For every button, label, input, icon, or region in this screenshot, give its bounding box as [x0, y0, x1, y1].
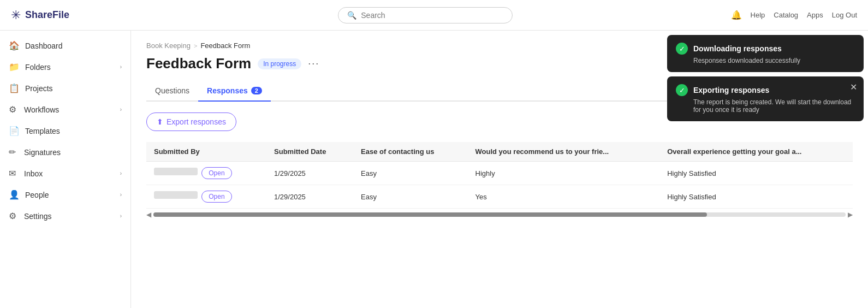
header-nav: 🔔 Help Catalog Apps Log Out [731, 10, 857, 20]
chevron-right-icon-2: › [120, 106, 122, 112]
open-button[interactable]: Open [201, 191, 231, 203]
sidebar-label-settings: Settings [24, 212, 52, 221]
projects-icon: 📋 [9, 83, 20, 93]
sidebar-label-inbox: Inbox [24, 169, 43, 178]
templates-icon: 📄 [9, 126, 20, 136]
cell-overall: Highly Satisfied [659, 162, 853, 185]
tab-questions-label: Questions [155, 86, 189, 95]
help-link[interactable]: Help [751, 11, 765, 19]
chevron-right-icon: › [120, 64, 122, 70]
status-badge: In progress [258, 58, 301, 69]
content-area: Book Keeping > Feedback Form Feedback Fo… [131, 31, 868, 308]
download-toast: ✓ Downloading responses Responses downlo… [667, 35, 864, 72]
main-layout: 🏠 Dashboard 📁 Folders › 📋 Projects ⚙ Wor… [0, 31, 868, 308]
cell-submitted-date: 1/29/2025 [266, 185, 353, 209]
search-bar[interactable]: 🔍 [338, 7, 513, 23]
table-row: Open1/29/2025EasyHighlyHighly Satisfied [146, 162, 853, 185]
sidebar-item-folders[interactable]: 📁 Folders › [0, 56, 130, 78]
export-check-icon: ✓ [676, 84, 688, 96]
sidebar-item-settings[interactable]: ⚙ Settings › [0, 205, 130, 227]
cell-ease: Easy [353, 162, 467, 185]
sidebar-label-templates: Templates [25, 127, 60, 135]
sidebar: 🏠 Dashboard 📁 Folders › 📋 Projects ⚙ Wor… [0, 31, 131, 308]
page-title: Feedback Form [146, 55, 251, 72]
workflows-icon: ⚙ [9, 104, 19, 115]
horizontal-scrollbar[interactable]: ◀ ▶ [146, 211, 853, 218]
search-bar-container: 🔍 [120, 7, 731, 23]
download-toast-header: ✓ Downloading responses [676, 43, 855, 55]
download-check-icon: ✓ [676, 43, 688, 55]
cell-recommend: Yes [468, 185, 660, 209]
notification-bell-icon[interactable]: 🔔 [731, 10, 742, 20]
logo-text: ShareFile [25, 9, 69, 21]
sidebar-item-people[interactable]: 👤 People › [0, 184, 130, 205]
sidebar-item-projects[interactable]: 📋 Projects [0, 78, 130, 99]
export-icon: ⬆ [157, 117, 163, 126]
apps-link[interactable]: Apps [807, 11, 823, 19]
sidebar-item-signatures[interactable]: ✏ Signatures [0, 141, 130, 163]
col-submitted-by: Submitted By [146, 142, 266, 162]
cell-ease: Easy [353, 185, 467, 209]
table-row: Open1/29/2025EasyYesHighly Satisfied [146, 185, 853, 209]
breadcrumb-current: Feedback Form [200, 42, 250, 50]
tab-responses-label: Responses [207, 86, 248, 95]
name-placeholder [154, 191, 198, 199]
folder-icon: 📁 [9, 62, 20, 72]
chevron-right-icon-5: › [120, 213, 122, 219]
search-input[interactable] [361, 11, 470, 20]
signatures-icon: ✏ [9, 147, 19, 157]
col-ease: Ease of contacting us [353, 142, 467, 162]
sidebar-label-folders: Folders [25, 63, 51, 72]
responses-count-badge: 2 [251, 87, 262, 94]
sidebar-label-people: People [25, 191, 49, 199]
toast-container: ✓ Downloading responses Responses downlo… [667, 35, 864, 121]
app-header: ✳ ShareFile 🔍 🔔 Help Catalog Apps Log Ou… [0, 0, 868, 31]
name-placeholder [154, 168, 198, 175]
chevron-right-icon-3: › [120, 170, 122, 176]
cell-overall: Highly Satisfied [659, 185, 853, 209]
scroll-right-arrow[interactable]: ▶ [848, 211, 853, 218]
scroll-thumb [153, 212, 707, 217]
inbox-icon: ✉ [9, 168, 19, 179]
col-submitted-date: Submitted Date [266, 142, 353, 162]
download-toast-title: Downloading responses [693, 44, 782, 53]
chevron-right-icon-4: › [120, 192, 122, 198]
sidebar-item-inbox[interactable]: ✉ Inbox › [0, 163, 130, 184]
catalog-link[interactable]: Catalog [774, 11, 798, 19]
cell-submitted-date: 1/29/2025 [266, 162, 353, 185]
open-button[interactable]: Open [201, 167, 231, 179]
scroll-track[interactable] [153, 212, 846, 217]
export-button-label: Export responses [167, 117, 226, 126]
people-icon: 👤 [9, 189, 20, 200]
export-responses-button[interactable]: ⬆ Export responses [146, 112, 236, 131]
export-toast-title: Exporting responses [693, 86, 769, 94]
download-toast-body: Responses downloaded successfully [676, 57, 855, 64]
cell-submitted-by: Open [146, 162, 266, 185]
export-toast: ✕ ✓ Exporting responses The report is be… [667, 76, 864, 121]
home-icon: 🏠 [9, 40, 20, 51]
logo-icon: ✳ [11, 8, 21, 22]
responses-table: Submitted By Submitted Date Ease of cont… [146, 142, 853, 209]
more-menu-button[interactable]: ··· [308, 58, 319, 69]
sidebar-label-signatures: Signatures [24, 148, 61, 157]
search-icon: 🔍 [347, 11, 356, 20]
cell-submitted-by: Open [146, 185, 266, 209]
sidebar-label-dashboard: Dashboard [25, 42, 63, 50]
breadcrumb-parent[interactable]: Book Keeping [146, 42, 191, 50]
sidebar-item-dashboard[interactable]: 🏠 Dashboard [0, 35, 130, 56]
sidebar-item-workflows[interactable]: ⚙ Workflows › [0, 99, 130, 120]
cell-recommend: Highly [468, 162, 660, 185]
col-recommend: Would you recommend us to your frie... [468, 142, 660, 162]
settings-icon: ⚙ [9, 211, 19, 221]
sidebar-item-templates[interactable]: 📄 Templates [0, 120, 130, 141]
tab-responses[interactable]: Responses 2 [198, 81, 271, 102]
scroll-left-arrow[interactable]: ◀ [146, 211, 151, 218]
col-overall: Overall experience getting your goal a..… [659, 142, 853, 162]
export-toast-body: The report is being created. We will sta… [676, 98, 855, 114]
sidebar-label-projects: Projects [25, 84, 53, 93]
logout-link[interactable]: Log Out [832, 11, 857, 19]
tab-questions[interactable]: Questions [146, 81, 198, 102]
breadcrumb-separator: > [194, 43, 197, 49]
logo-area: ✳ ShareFile [11, 8, 120, 22]
export-toast-close-button[interactable]: ✕ [850, 82, 857, 92]
